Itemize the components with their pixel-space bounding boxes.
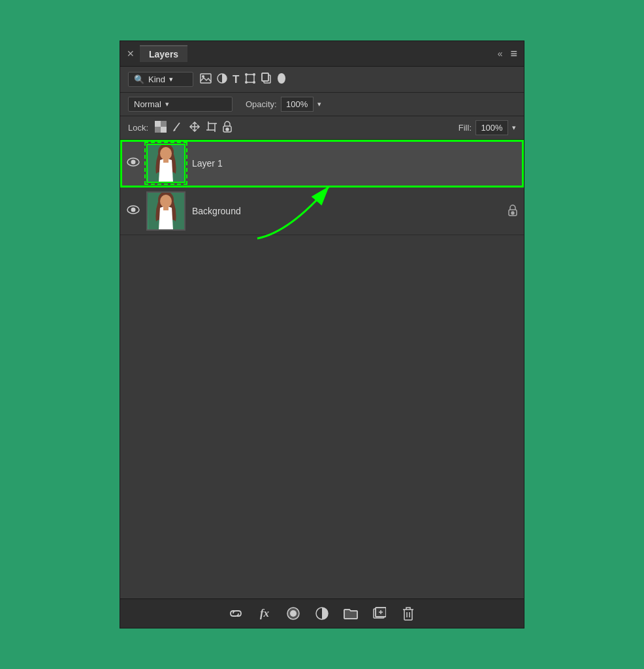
adjustment-filter-icon[interactable] xyxy=(217,73,227,86)
blend-mode-value: Normal xyxy=(134,99,161,109)
collapse-button[interactable]: « xyxy=(498,48,503,59)
empty-layer-area xyxy=(120,235,524,340)
filter-icons: T xyxy=(200,73,286,87)
blend-mode-dropdown[interactable]: Normal ▾ xyxy=(128,97,233,112)
filter-row: 🔍 Kind ▾ T xyxy=(120,67,524,93)
svg-point-6 xyxy=(245,81,248,84)
lock-fill-row: Lock: xyxy=(120,116,524,140)
svg-rect-31 xyxy=(163,159,169,163)
kind-label: Kind xyxy=(148,74,165,84)
lock-crop-icon[interactable] xyxy=(206,121,217,135)
svg-rect-14 xyxy=(155,127,161,133)
svg-point-25 xyxy=(226,128,229,131)
svg-rect-13 xyxy=(161,121,167,127)
blend-chevron: ▾ xyxy=(165,100,169,108)
fx-button[interactable]: fx xyxy=(255,604,274,623)
layers-tab[interactable]: Layers xyxy=(140,45,187,62)
lock-pixels-icon[interactable] xyxy=(155,121,167,135)
svg-point-42 xyxy=(290,610,297,617)
svg-point-30 xyxy=(160,147,172,160)
svg-rect-37 xyxy=(163,206,169,210)
background-name: Background xyxy=(192,206,502,216)
opacity-group: Opacity: 100% ▾ xyxy=(246,97,321,112)
adjustment-layer-button[interactable] xyxy=(313,604,331,623)
layer1-thumbnail xyxy=(146,144,185,183)
svg-rect-12 xyxy=(155,121,161,127)
visibility-toggle-layer1[interactable] xyxy=(127,157,140,169)
close-button[interactable]: ✕ xyxy=(127,48,135,59)
bottom-toolbar: fx xyxy=(120,598,524,628)
svg-line-16 xyxy=(174,123,180,131)
svg-point-33 xyxy=(131,208,136,212)
opacity-value[interactable]: 100% xyxy=(281,97,314,112)
lock-artboard-icon[interactable] xyxy=(172,121,184,135)
shape-filter-icon[interactable] xyxy=(244,73,256,87)
pixel-filter-icon[interactable] xyxy=(277,73,286,87)
opacity-label: Opacity: xyxy=(246,99,277,109)
svg-rect-3 xyxy=(246,74,254,82)
svg-rect-15 xyxy=(161,127,167,133)
background-thumbnail xyxy=(146,191,185,231)
fill-group: Fill: 100% ▾ xyxy=(459,120,516,135)
image-filter-icon[interactable] xyxy=(200,73,212,86)
new-layer-button[interactable] xyxy=(370,604,389,623)
kind-dropdown[interactable]: 🔍 Kind ▾ xyxy=(128,72,193,87)
svg-point-11 xyxy=(278,73,285,84)
visibility-toggle-background[interactable] xyxy=(127,205,140,217)
svg-rect-19 xyxy=(208,123,215,130)
lock-icons xyxy=(155,121,232,135)
kind-chevron: ▾ xyxy=(169,75,173,84)
text-filter-icon[interactable]: T xyxy=(233,73,239,86)
layer1-name: Layer 1 xyxy=(192,158,517,169)
layer-item-background[interactable]: Background xyxy=(120,188,524,235)
delete-layer-button[interactable] xyxy=(399,604,417,623)
layer1-preview xyxy=(148,145,184,182)
blend-opacity-row: Normal ▾ Opacity: 100% ▾ xyxy=(120,93,524,116)
background-lock-icon xyxy=(508,204,517,218)
svg-point-36 xyxy=(160,195,172,208)
new-group-button[interactable] xyxy=(342,604,360,623)
svg-point-27 xyxy=(131,160,136,165)
title-bar: ✕ Layers « ≡ xyxy=(120,41,524,67)
layers-panel: ✕ Layers « ≡ 🔍 Kind ▾ xyxy=(120,41,524,628)
add-mask-button[interactable] xyxy=(284,604,302,623)
svg-point-5 xyxy=(253,73,255,76)
svg-point-4 xyxy=(245,73,248,76)
svg-point-39 xyxy=(511,212,514,214)
svg-rect-0 xyxy=(201,74,211,83)
panel-menu-button[interactable]: ≡ xyxy=(510,47,517,61)
lock-label: Lock: xyxy=(128,123,148,133)
lock-position-icon[interactable] xyxy=(189,121,201,135)
search-icon: 🔍 xyxy=(134,74,144,84)
svg-rect-9 xyxy=(262,73,268,81)
fill-value[interactable]: 100% xyxy=(475,120,508,135)
fill-label: Fill: xyxy=(459,123,472,133)
svg-point-7 xyxy=(253,81,255,84)
lock-all-icon[interactable] xyxy=(223,121,232,135)
layer-item-layer1[interactable]: Layer 1 xyxy=(120,140,524,188)
fill-chevron[interactable]: ▾ xyxy=(512,123,516,132)
opacity-chevron[interactable]: ▾ xyxy=(317,100,321,108)
link-layers-button[interactable] xyxy=(227,604,245,623)
title-bar-left: ✕ Layers xyxy=(127,45,187,62)
layers-list: Layer 1 xyxy=(120,140,524,598)
smart-filter-icon[interactable] xyxy=(261,73,272,87)
background-preview xyxy=(148,193,184,229)
